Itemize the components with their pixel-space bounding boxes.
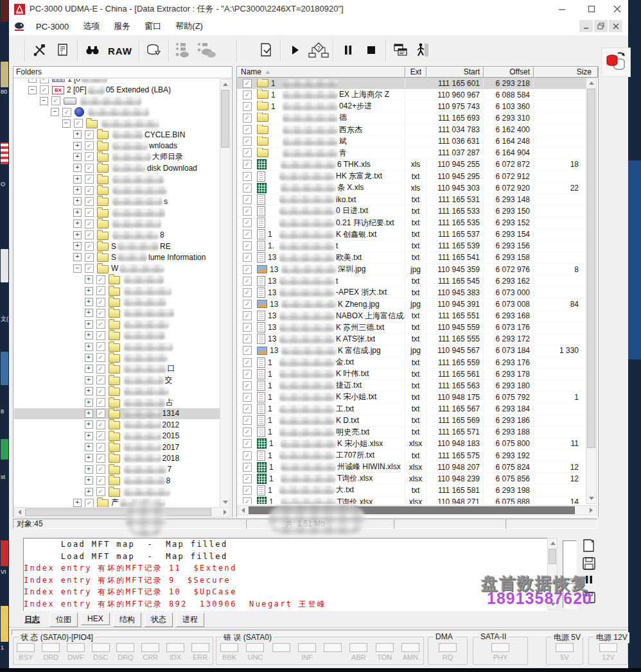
files-vscroll-thumb[interactable] bbox=[587, 89, 595, 448]
table-row[interactable]: ✓1111 165 6016 293 218 bbox=[237, 78, 586, 89]
file-checkbox[interactable]: ✓ bbox=[243, 218, 252, 227]
tree-checkbox[interactable]: ✓ bbox=[96, 331, 105, 340]
expand-icon[interactable]: + bbox=[85, 476, 93, 485]
table-row[interactable]: ✓1K 宋小姐.xlsxxlsx110 948 1836 075 80011 bbox=[237, 438, 586, 450]
tree-vertical-scrollbar[interactable] bbox=[220, 79, 231, 508]
expand-icon[interactable]: + bbox=[85, 298, 93, 306]
tree-checkbox[interactable]: ✓ bbox=[96, 398, 105, 407]
table-row[interactable]: ✓1K D.txttxt111 165 5696 293 186 bbox=[237, 415, 586, 427]
tree-checkbox[interactable]: ✓ bbox=[85, 253, 94, 262]
scroll-left-icon[interactable] bbox=[18, 510, 21, 515]
tree-item[interactable]: +✓ bbox=[14, 341, 220, 352]
expand-icon[interactable]: + bbox=[73, 242, 82, 250]
menu-item-window[interactable]: 窗口 bbox=[137, 18, 168, 35]
maximize-button[interactable] bbox=[577, 0, 606, 18]
save-log-button[interactable] bbox=[579, 556, 599, 573]
tree-checkbox[interactable]: ✓ bbox=[85, 220, 94, 228]
menu-item-help[interactable]: 帮助(Z) bbox=[168, 18, 210, 35]
tree-checkbox[interactable]: ✓ bbox=[62, 108, 71, 117]
tree-item[interactable]: +✓8 bbox=[14, 229, 220, 240]
file-checkbox[interactable]: ✓ bbox=[243, 253, 252, 262]
file-checkbox[interactable]: ✓ bbox=[243, 265, 252, 274]
file-checkbox[interactable]: ✓ bbox=[243, 184, 252, 193]
file-checkbox[interactable]: ✓ bbox=[243, 195, 252, 204]
table-row[interactable]: ✓13欧美.txttxt111 165 5416 293 158 bbox=[237, 252, 586, 264]
file-checkbox[interactable]: ✓ bbox=[243, 172, 252, 181]
column-header-offset[interactable]: Offset bbox=[484, 67, 534, 78]
table-row[interactable]: ✓13-APEX 浙大.txttxt110 945 3836 073 000 bbox=[237, 287, 586, 298]
table-row[interactable]: ✓青111 037 2876 164 904 bbox=[237, 148, 586, 159]
table-row[interactable]: ✓1EX 上海商尔 Z110 960 9676 088 584 bbox=[237, 89, 586, 101]
tree-checkbox[interactable]: ✓ bbox=[96, 365, 105, 374]
run-button[interactable] bbox=[284, 39, 307, 62]
file-checkbox[interactable]: ✓ bbox=[243, 311, 252, 320]
tree-checkbox[interactable]: ✓ bbox=[96, 320, 105, 329]
tree-item[interactable]: +✓2012 bbox=[14, 419, 220, 430]
collapse-icon[interactable]: − bbox=[28, 86, 37, 94]
expand-icon[interactable]: + bbox=[73, 231, 82, 239]
table-row[interactable]: ✓6 THK.xlsxls110 945 2556 072 87218 bbox=[237, 159, 586, 171]
file-checkbox[interactable]: ✓ bbox=[243, 381, 252, 390]
scroll-down-icon[interactable] bbox=[223, 501, 228, 504]
expand-icon[interactable]: + bbox=[85, 443, 93, 451]
tree-checkbox[interactable]: ✓ bbox=[96, 431, 105, 440]
table-row[interactable]: ✓德111 165 6936 293 310 bbox=[237, 112, 586, 124]
tree-item[interactable]: +✓交 bbox=[14, 375, 220, 386]
expand-icon[interactable]: + bbox=[73, 197, 82, 205]
stop-button[interactable] bbox=[360, 39, 383, 62]
table-row[interactable]: ✓1T询价.xlsxxlsx110 948 2716 075 88814 bbox=[237, 497, 586, 504]
file-checkbox[interactable]: ✓ bbox=[243, 451, 252, 460]
expand-icon[interactable]: + bbox=[73, 164, 82, 172]
expand-icon[interactable]: + bbox=[85, 488, 93, 496]
tree-item[interactable]: +✓s bbox=[14, 196, 220, 207]
tree-item[interactable]: +✓7 bbox=[14, 464, 220, 475]
tree-item[interactable]: +✓CYCLE.BIN bbox=[14, 129, 220, 140]
table-row[interactable]: ✓13NABOX 上海富信成.txttxt111 165 5516 293 16… bbox=[237, 311, 586, 322]
file-checkbox[interactable]: ✓ bbox=[243, 404, 252, 413]
file-checkbox[interactable]: ✓ bbox=[243, 370, 252, 379]
report-button[interactable]: i bbox=[51, 39, 75, 62]
tab-状态[interactable]: 状态 bbox=[145, 612, 173, 627]
expand-icon[interactable]: + bbox=[73, 499, 82, 507]
tree-checkbox[interactable]: ✓ bbox=[96, 465, 105, 474]
scroll-down-icon[interactable] bbox=[589, 497, 594, 500]
tree-checkbox[interactable]: ✓ bbox=[96, 409, 105, 418]
file-checkbox[interactable]: ✓ bbox=[243, 160, 252, 169]
tree-item[interactable]: +✓ bbox=[14, 386, 220, 397]
tree-item[interactable]: +✓8 bbox=[14, 475, 220, 486]
tree-item[interactable]: −✓ bbox=[14, 118, 220, 129]
file-checkbox[interactable]: ✓ bbox=[243, 241, 252, 250]
tree-checkbox[interactable]: ✓ bbox=[96, 454, 105, 463]
tree-checkbox[interactable]: ✓ bbox=[85, 186, 94, 195]
tree-checkbox[interactable]: ✓ bbox=[96, 342, 105, 351]
tree-checkbox[interactable]: ✓ bbox=[51, 96, 60, 105]
tab-进程[interactable]: 进程 bbox=[176, 612, 204, 627]
tab-结构[interactable]: 结构 bbox=[113, 612, 141, 627]
menu-item-options[interactable]: 选项 bbox=[76, 18, 107, 35]
file-checkbox[interactable]: ✓ bbox=[243, 463, 252, 472]
mdi-restore-button[interactable] bbox=[594, 20, 608, 32]
tree-checkbox[interactable]: ✓ bbox=[85, 152, 94, 161]
file-checkbox[interactable]: ✓ bbox=[243, 125, 252, 134]
table-row[interactable]: ✓13K 富信成.jpgjpg110 945 5676 073 1841 330 bbox=[237, 345, 586, 357]
file-checkbox[interactable]: ✓ bbox=[243, 79, 252, 88]
table-row[interactable]: ✓1042+步进110 975 7436 103 360 bbox=[237, 101, 586, 112]
tree-checkbox[interactable]: ✓ bbox=[85, 141, 94, 150]
file-checkbox[interactable]: ✓ bbox=[243, 102, 252, 111]
expand-icon[interactable]: + bbox=[85, 354, 93, 362]
tree-checkbox[interactable]: ✓ bbox=[96, 353, 105, 362]
save-data-button[interactable] bbox=[143, 39, 166, 62]
tree-checkbox[interactable]: ✓ bbox=[96, 275, 105, 284]
file-checkbox[interactable]: ✓ bbox=[243, 416, 252, 425]
menu-item-services[interactable]: 服务 bbox=[107, 18, 137, 35]
expand-icon[interactable]: + bbox=[85, 343, 93, 351]
tree-checkbox[interactable]: ✓ bbox=[96, 443, 105, 452]
table-row[interactable]: ✓HK 东富龙.txttxt110 945 2956 072 912 bbox=[237, 171, 586, 182]
tree-horizontal-scrollbar[interactable] bbox=[14, 507, 231, 517]
expand-icon[interactable]: + bbox=[73, 153, 82, 161]
tree-item[interactable]: +✓占 bbox=[14, 397, 220, 408]
table-row[interactable]: ✓1工707所.txttxt111 165 5756 293 192 bbox=[237, 450, 586, 461]
collapse-icon[interactable]: − bbox=[73, 264, 82, 273]
expand-icon[interactable]: + bbox=[85, 287, 93, 295]
table-row[interactable]: ✓iko.txttxt111 165 5316 293 148 bbox=[237, 194, 586, 205]
